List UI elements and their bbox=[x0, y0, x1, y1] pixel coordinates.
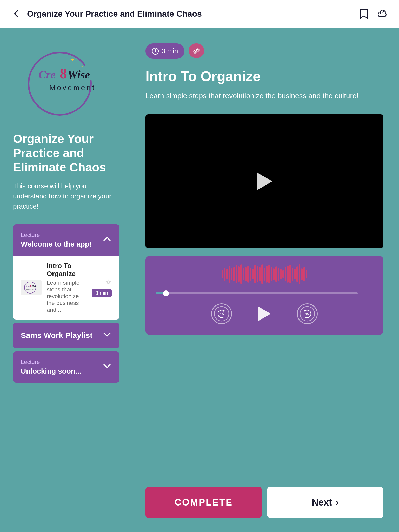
svg-text:8: 8 bbox=[30, 284, 32, 287]
lecture-intro-to-organize[interactable]: Cre 8 Wise Movement Intro To Organize Le… bbox=[13, 256, 119, 320]
lecture-meta: ☆ 3 min bbox=[92, 278, 112, 297]
svg-text:Wise: Wise bbox=[32, 285, 37, 287]
complete-button[interactable]: COMPLETE bbox=[145, 487, 262, 518]
chevron-down-icon bbox=[102, 330, 112, 341]
svg-text:8: 8 bbox=[60, 65, 67, 82]
next-button[interactable]: Next › bbox=[267, 487, 383, 518]
left-panel: Cre 8 Wise Movement ✦ ✦ ————— Organize Y… bbox=[0, 28, 130, 529]
lecture-subdesc: Learn simple steps that revolutionize th… bbox=[47, 280, 87, 313]
curriculum-list: Lecture Welcome to the app! bbox=[13, 224, 119, 383]
lecture-info: Intro To Organize Learn simple steps tha… bbox=[47, 262, 87, 313]
waveform-bar bbox=[266, 266, 268, 283]
course-logo: Cre 8 Wise Movement ✦ ✦ ————— bbox=[13, 43, 117, 121]
waveform-bar bbox=[240, 264, 242, 284]
link-badge[interactable] bbox=[189, 43, 204, 58]
sams-work-playlist-header[interactable]: Sams Work Playlist bbox=[13, 323, 119, 348]
audio-progress-row: --:-- bbox=[156, 290, 373, 297]
video-play-button[interactable] bbox=[253, 170, 276, 193]
waveform-bar bbox=[238, 266, 240, 282]
section-welcome-info: Lecture Welcome to the app! bbox=[21, 232, 92, 248]
waveform-bar bbox=[287, 266, 289, 283]
waveform-bar bbox=[292, 268, 293, 281]
lecture-thumbnail: Cre 8 Wise Movement bbox=[21, 280, 42, 295]
svg-text:✦: ✦ bbox=[81, 65, 84, 69]
sams-work-playlist-section: Sams Work Playlist bbox=[13, 323, 119, 348]
waveform-bar bbox=[229, 266, 230, 283]
unlocking-soon-info: Lecture Unlocking soon... bbox=[21, 359, 81, 375]
svg-text:Wise: Wise bbox=[68, 68, 90, 81]
waveform-bar bbox=[275, 266, 277, 282]
unlocking-label: Lecture bbox=[21, 359, 81, 365]
svg-text:✦: ✦ bbox=[70, 57, 75, 63]
bookmark-button[interactable] bbox=[357, 7, 370, 20]
next-arrow-icon: › bbox=[336, 497, 339, 508]
audio-play-button[interactable] bbox=[253, 302, 276, 325]
chevron-down-icon-2 bbox=[102, 361, 112, 373]
waveform-bar bbox=[268, 265, 270, 283]
svg-text:Cre: Cre bbox=[38, 68, 56, 81]
lecture-star-icon[interactable]: ☆ bbox=[105, 278, 112, 287]
audio-player: --:-- 15 bbox=[145, 256, 383, 335]
share-button[interactable] bbox=[376, 7, 389, 20]
logo-image: Cre 8 Wise Movement ✦ ✦ ————— bbox=[18, 46, 112, 119]
unlocking-soon-header[interactable]: Lecture Unlocking soon... bbox=[13, 351, 119, 383]
svg-text:15: 15 bbox=[220, 312, 224, 316]
waveform-bar bbox=[282, 270, 284, 278]
rewind-15-button[interactable]: 15 bbox=[211, 303, 232, 324]
audio-waveform bbox=[156, 264, 373, 284]
svg-text:Movement: Movement bbox=[49, 84, 96, 92]
lesson-title: Intro To Organize bbox=[145, 68, 383, 84]
svg-text:—————: ————— bbox=[47, 113, 62, 117]
svg-text:Cre: Cre bbox=[26, 285, 30, 287]
waveform-bar bbox=[303, 267, 305, 281]
waveform-bar bbox=[296, 266, 298, 282]
waveform-bar bbox=[245, 267, 247, 281]
waveform-bar bbox=[294, 269, 296, 279]
waveform-bar bbox=[243, 268, 244, 280]
course-title: Organize Your Practice and Eliminate Cha… bbox=[13, 132, 119, 175]
waveform-bar bbox=[306, 270, 307, 278]
header-title: Organize Your Practice and Eliminate Cha… bbox=[27, 9, 202, 19]
waveform-bar bbox=[233, 267, 235, 281]
waveform-bar bbox=[301, 268, 303, 280]
audio-time-remaining: --:-- bbox=[363, 290, 373, 297]
waveform-bar bbox=[236, 265, 237, 283]
waveform-bar bbox=[222, 270, 223, 278]
action-bar: COMPLETE Next › bbox=[145, 487, 383, 518]
section-welcome: Lecture Welcome to the app! bbox=[13, 224, 119, 320]
section-welcome-title: Welcome to the app! bbox=[21, 240, 92, 248]
header-left: Organize Your Practice and Eliminate Cha… bbox=[10, 8, 202, 19]
waveform-bar bbox=[254, 265, 256, 283]
waveform-bar bbox=[247, 266, 249, 283]
section-welcome-header[interactable]: Lecture Welcome to the app! bbox=[13, 224, 119, 256]
duration-badge: 3 min bbox=[145, 43, 184, 59]
forward-15-button[interactable]: 15 bbox=[297, 303, 318, 324]
section-welcome-label: Lecture bbox=[21, 232, 92, 238]
lecture-name: Intro To Organize bbox=[47, 262, 87, 278]
audio-progress-thumb bbox=[163, 290, 169, 296]
waveform-bar bbox=[278, 268, 279, 281]
waveform-bar bbox=[257, 266, 258, 282]
right-panel: 3 min Intro To Organize Learn simple ste… bbox=[130, 28, 399, 529]
waveform-bar bbox=[231, 268, 232, 280]
waveform-bar bbox=[226, 269, 228, 279]
audio-play-triangle-icon bbox=[258, 307, 271, 321]
video-player[interactable] bbox=[145, 114, 383, 248]
audio-progress-track[interactable] bbox=[156, 292, 358, 294]
lecture-duration-badge: 3 min bbox=[92, 289, 112, 297]
waveform-bar bbox=[285, 267, 286, 281]
meta-badges: 3 min bbox=[145, 43, 383, 59]
back-button[interactable] bbox=[10, 8, 22, 19]
audio-controls: 15 15 bbox=[156, 302, 373, 325]
waveform-bar bbox=[273, 268, 275, 280]
header-actions bbox=[357, 7, 389, 20]
unlocking-title: Unlocking soon... bbox=[21, 367, 81, 375]
playlist-title: Sams Work Playlist bbox=[21, 331, 92, 340]
waveform-bar bbox=[299, 264, 300, 284]
course-description: This course will help you understand how… bbox=[13, 181, 119, 211]
next-label: Next bbox=[312, 497, 332, 508]
waveform-bar bbox=[264, 268, 265, 281]
waveform-bar bbox=[271, 267, 272, 281]
waveform-bar bbox=[250, 268, 251, 281]
duration-text: 3 min bbox=[162, 47, 178, 55]
